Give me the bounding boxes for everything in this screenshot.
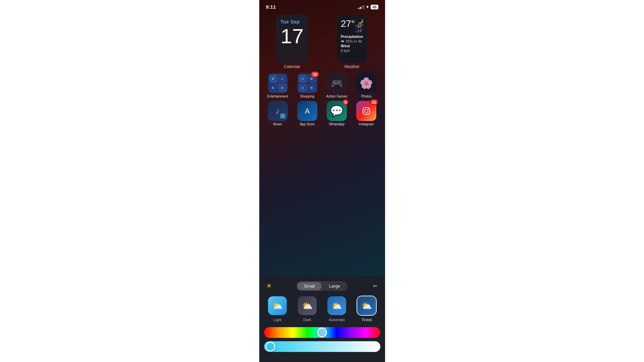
- style-label-tinted: Tinted: [362, 318, 372, 322]
- app-label-music: Music: [273, 122, 282, 126]
- app-label-action-games: Action Games: [326, 95, 347, 98]
- style-option-automatic[interactable]: ⛅ Automatic: [327, 296, 347, 322]
- app-cell-action-games: 🎮 Action Games: [323, 73, 351, 98]
- widgets-row: Tue Sep 17 Calendar 27° 🌙 ↑32° ↓24°: [264, 14, 380, 69]
- app-icon-action-games[interactable]: 🎮: [327, 73, 347, 93]
- battery-indicator: 49: [371, 5, 378, 9]
- rainbow-slider-wrap: [264, 327, 380, 338]
- app-label-shopping: Shopping: [300, 95, 314, 98]
- saturation-slider[interactable]: [264, 341, 380, 352]
- svg-point-3: [368, 108, 369, 109]
- calendar-widget[interactable]: Tue Sep 17: [276, 14, 308, 63]
- app-icon-appstore[interactable]: A: [297, 101, 317, 121]
- style-option-tinted[interactable]: ⛅ Tinted: [357, 296, 377, 322]
- phone-screen: 9:11 ▾ 49 Tue Sep 17: [259, 0, 385, 362]
- calendar-label: Calendar: [284, 64, 300, 69]
- signal-icon: [358, 5, 364, 9]
- style-option-dark[interactable]: ⛅ Dark: [297, 296, 317, 322]
- weather-precip: Precipitation: [341, 35, 363, 39]
- saturation-slider-thumb[interactable]: [265, 342, 275, 352]
- style-options: ⛅ Light ⛅ Dark ⛅: [264, 296, 380, 322]
- weather-wind-value: 8 kph: [341, 49, 363, 53]
- app-cell-music: ♪ Music: [264, 101, 291, 126]
- weather-wind: Wind: [341, 44, 363, 48]
- style-icon-automatic[interactable]: ⛅: [327, 296, 347, 316]
- app-label-instagram: Instagram: [359, 122, 374, 126]
- size-toggle: Small Large: [297, 281, 347, 291]
- badge-shopping: 10: [311, 71, 319, 77]
- size-small-button[interactable]: Small: [297, 282, 322, 290]
- svg-text:A: A: [305, 107, 310, 115]
- style-icon-light[interactable]: ⛅: [267, 296, 287, 316]
- style-icon-dark[interactable]: ⛅: [297, 296, 317, 316]
- weather-label: Weather: [344, 64, 360, 69]
- app-cell-appstore: A App Store: [293, 101, 321, 126]
- app-cell-instagram: 12 Instagram: [353, 101, 380, 126]
- app-label-appstore: App Store: [300, 122, 315, 126]
- app-grid-row2: ♪ Music A App Store 💬: [264, 101, 380, 126]
- rainbow-slider[interactable]: [264, 327, 380, 338]
- app-label-entertainment: Entertainment: [267, 95, 288, 98]
- app-icon-music[interactable]: ♪: [268, 101, 288, 121]
- status-bar: 9:11 ▾ 49: [259, 0, 385, 11]
- badge-whatsapp: 5: [342, 99, 348, 105]
- instagram-logo-icon: [360, 105, 372, 117]
- brightness-icon[interactable]: ☀: [264, 281, 274, 291]
- style-icon-tinted[interactable]: ⛅: [357, 296, 377, 316]
- home-screen: Tue Sep 17 Calendar 27° 🌙 ↑32° ↓24°: [259, 11, 385, 126]
- app-label-photos: Photos: [361, 95, 372, 98]
- rainbow-slider-thumb[interactable]: [317, 327, 327, 338]
- style-label-automatic: Automatic: [329, 318, 345, 322]
- weather-icons: 🌙 ↑32° ↓24°: [355, 18, 363, 33]
- customization-panel: ☀ Small Large ✏ ⛅ Light: [259, 276, 385, 362]
- app-icon-photos[interactable]: 🌸: [356, 73, 376, 93]
- badge-instagram: 12: [370, 99, 378, 105]
- calendar-month: Tue Sep: [280, 19, 304, 24]
- weather-widget[interactable]: 27° 🌙 ↑32° ↓24° Precipitation 🌧 35% in 4…: [337, 14, 367, 63]
- app-cell-shopping: ▦ ▦ ▦ ▦ 10 Shopping: [293, 73, 321, 98]
- status-time: 9:11: [266, 4, 276, 10]
- weather-precip-value: 🌧 35% in 4d: [341, 39, 363, 43]
- saturation-slider-wrap: [264, 341, 380, 352]
- app-icon-entertainment[interactable]: ▦ ▦ ▦ ▦: [268, 73, 288, 93]
- app-cell-entertainment: ▦ ▦ ▦ ▦ Entertainment: [264, 73, 291, 98]
- size-large-button[interactable]: Large: [322, 282, 347, 290]
- panel-top-row: ☀ Small Large ✏: [264, 281, 380, 291]
- svg-point-2: [365, 109, 368, 113]
- app-grid-row1: ▦ ▦ ▦ ▦ Entertainment ▦ ▦ ▦: [264, 73, 380, 98]
- appstore-logo-icon: A: [301, 105, 313, 117]
- style-label-light: Light: [273, 318, 281, 322]
- style-option-light[interactable]: ⛅ Light: [267, 296, 287, 322]
- app-label-whatsapp: WhatsApp: [329, 122, 344, 126]
- eyedropper-icon[interactable]: ✏: [370, 281, 380, 291]
- app-cell-whatsapp: 💬 5 WhatsApp: [323, 101, 351, 126]
- wifi-icon: ▾: [366, 4, 369, 9]
- app-cell-photos: 🌸 Photos: [353, 73, 380, 98]
- style-label-dark: Dark: [303, 318, 311, 322]
- status-icons: ▾ 49: [358, 4, 378, 9]
- whatsapp-logo-icon: 💬: [330, 105, 343, 117]
- calendar-date: 17: [280, 26, 304, 47]
- weather-temp: 27°: [341, 18, 355, 29]
